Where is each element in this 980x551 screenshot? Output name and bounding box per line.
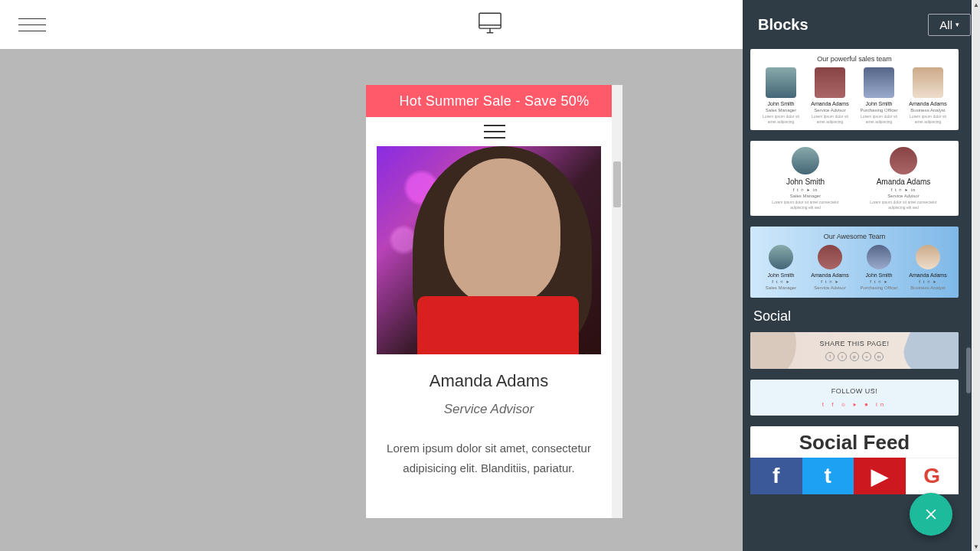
sale-banner[interactable]: Hot Summer Sale - Save 50% xyxy=(366,85,622,117)
editor-canvas[interactable]: Hot Summer Sale - Save 50% Amanda Adams … xyxy=(0,49,743,551)
facebook-icon: f xyxy=(750,458,802,494)
twitter-icon: t xyxy=(802,458,854,494)
block-thumb-follow[interactable]: FOLLOW US! t f ⌾ ▶ ● in xyxy=(750,380,959,416)
blocks-panel: Blocks All▾ Our powerful sales team John… xyxy=(743,0,980,551)
panel-scrollbar[interactable] xyxy=(966,49,971,539)
block-title: Our powerful sales team xyxy=(756,55,952,63)
youtube-icon: ▶ xyxy=(854,458,906,494)
blocks-filter-dropdown[interactable]: All▾ xyxy=(928,14,971,36)
block-title: Our Awesome Team xyxy=(756,233,952,240)
team-member-role: Service Advisor xyxy=(377,402,601,417)
window-scrollbar[interactable]: ▲ ▼ xyxy=(972,0,980,551)
block-thumb-team-4col[interactable]: Our powerful sales team John SmithSales … xyxy=(750,49,959,130)
svg-rect-0 xyxy=(479,13,501,28)
team-member-name: Amanda Adams xyxy=(377,371,601,391)
main-menu-button[interactable] xyxy=(18,11,46,38)
scroll-up-icon[interactable]: ▲ xyxy=(972,0,980,9)
blocks-panel-title: Blocks xyxy=(758,16,808,34)
team-card[interactable]: Amanda Adams Service Advisor Lorem ipsum… xyxy=(366,146,612,478)
site-hamburger-button[interactable] xyxy=(366,117,622,146)
block-thumb-team-2col[interactable]: John Smithf t ⌾ ▶ inSales ManagerLorem i… xyxy=(750,141,959,216)
blocks-list[interactable]: Our powerful sales team John SmithSales … xyxy=(743,49,966,551)
block-thumb-team-blue[interactable]: Our Awesome Team John Smithf t ⌾ ▶Sales … xyxy=(750,227,959,298)
block-thumb-social-feed[interactable]: Social Feed f t ▶ G xyxy=(750,426,959,494)
preview-scrollbar[interactable] xyxy=(612,85,622,518)
team-member-photo xyxy=(377,146,601,354)
close-panel-button[interactable] xyxy=(910,493,952,536)
chevron-down-icon: ▾ xyxy=(956,21,959,28)
team-member-description: Lorem ipsum dolor sit amet, consectetur … xyxy=(377,439,601,478)
scroll-down-icon[interactable]: ▼ xyxy=(972,542,980,551)
mobile-preview-frame: Hot Summer Sale - Save 50% Amanda Adams … xyxy=(366,85,622,518)
blocks-panel-header: Blocks All▾ xyxy=(743,0,980,49)
block-thumb-share[interactable]: SHARE THIS PAGE! ftp+in xyxy=(750,332,959,369)
category-label-social: Social xyxy=(753,308,959,324)
desktop-preview-icon[interactable] xyxy=(477,10,503,39)
google-icon: G xyxy=(906,458,959,494)
